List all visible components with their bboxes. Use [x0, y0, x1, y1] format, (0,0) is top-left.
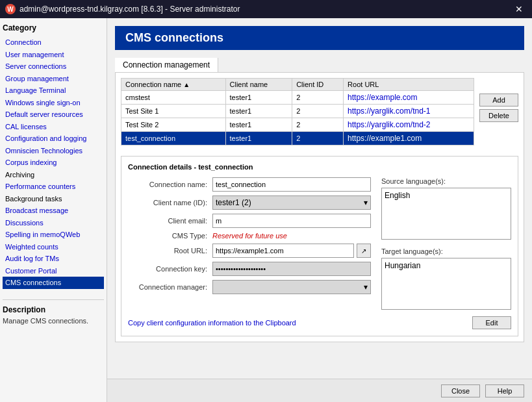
tab-bar: Connection management	[115, 58, 524, 72]
table-row[interactable]: Test Site 2 tester1 2 https://yarglik.co…	[121, 118, 474, 132]
sidebar-item-archiving[interactable]: Archiving	[3, 169, 104, 181]
source-lang-label: Source language(s):	[381, 177, 511, 185]
col-client-id: Client ID	[292, 79, 344, 91]
sidebar-category-label: Category	[3, 23, 104, 32]
sidebar-item-user-management[interactable]: User management	[3, 49, 104, 61]
root-url-input[interactable]	[212, 244, 354, 258]
cell-client-id: 2	[292, 91, 344, 105]
target-lang-value: Hungarian	[385, 261, 420, 270]
delete-button[interactable]: Delete	[479, 109, 518, 122]
client-name-label: Client name (ID):	[128, 199, 212, 207]
sidebar-item-discussions[interactable]: Discussions	[3, 217, 104, 229]
cms-type-value: Reserved for future use	[212, 232, 287, 240]
client-email-label: Client email:	[128, 217, 212, 225]
conn-key-input[interactable]	[212, 262, 371, 276]
sidebar-item-language-terminal[interactable]: Language Terminal	[3, 84, 104, 97]
cms-type-label: CMS Type:	[128, 232, 212, 240]
table-row[interactable]: test_connection tester1 2 https://exampl…	[121, 132, 474, 145]
sidebar-item-cal-licenses[interactable]: CAL licenses	[3, 121, 104, 133]
cell-conn-name: cmstest	[121, 91, 226, 105]
add-button[interactable]: Add	[479, 94, 518, 107]
sidebar-item-audit-log[interactable]: Audit log for TMs	[3, 253, 104, 265]
conn-key-label: Connection key:	[128, 265, 212, 273]
sidebar-item-server-connections[interactable]: Server connections	[3, 60, 104, 73]
connection-name-label: Connection name:	[128, 181, 212, 188]
close-button[interactable]: Close	[441, 384, 480, 397]
cell-root-url: https://example1.com	[344, 132, 474, 145]
connection-name-input[interactable]	[212, 177, 371, 192]
tab-connection-management[interactable]: Connection management	[115, 58, 218, 72]
sidebar-item-broadcast-msg[interactable]: Broadcast message	[3, 205, 104, 217]
sidebar-item-cms-connections[interactable]: CMS connections	[3, 277, 104, 289]
cell-client-name: tester1	[225, 132, 292, 145]
cell-conn-name: Test Site 2	[121, 118, 226, 132]
cell-client-id: 2	[292, 132, 344, 145]
sidebar-item-windows-sso[interactable]: Windows single sign-on	[3, 97, 104, 109]
sidebar-item-corpus-indexing[interactable]: Corpus indexing	[3, 157, 104, 169]
cell-client-name: tester1	[225, 91, 292, 105]
table-row[interactable]: cmstest tester1 2 https://example.com	[121, 91, 474, 105]
details-title: Connection details - test_connection	[128, 163, 511, 171]
title-bar: W admin@wordpress-tnd.kilgray.com [8.6.3…	[0, 0, 532, 18]
main-panel: Connection name ▲ Client name Client ID …	[115, 72, 524, 342]
sidebar-item-spelling[interactable]: Spelling in memoQWeb	[3, 229, 104, 241]
title-bar-text: admin@wordpress-tnd.kilgray.com [8.6.3] …	[19, 5, 240, 14]
col-root-url: Root URL	[344, 79, 474, 91]
help-button[interactable]: Help	[485, 384, 524, 397]
target-lang-box: Hungarian	[381, 258, 511, 310]
cell-conn-name: Test Site 1	[121, 105, 226, 118]
sidebar-item-customer-portal[interactable]: Customer Portal	[3, 265, 104, 277]
target-lang-label: Target language(s):	[381, 247, 511, 255]
col-connection-name: Connection name ▲	[121, 79, 226, 91]
cell-client-name: tester1	[225, 105, 292, 118]
edit-button[interactable]: Edit	[472, 316, 511, 329]
sidebar-item-connection[interactable]: Connection	[3, 36, 104, 49]
cell-root-url: https://yarglik.com/tnd-1	[344, 105, 474, 118]
cell-root-url: https://yarglik.com/tnd-2	[344, 118, 474, 132]
cell-client-name: tester1	[225, 118, 292, 132]
table-row[interactable]: Test Site 1 tester1 2 https://yarglik.co…	[121, 105, 474, 118]
sidebar-description-title: Description	[3, 305, 104, 314]
sidebar-item-group-management[interactable]: Group management	[3, 73, 104, 85]
source-lang-box: English	[381, 188, 511, 240]
root-url-open-button[interactable]: ↗	[357, 244, 371, 258]
source-lang-value: English	[385, 191, 410, 200]
conn-manager-select[interactable]: ▾	[212, 280, 371, 294]
sidebar-description-text: Manage CMS connections.	[3, 317, 104, 325]
sidebar-item-config-logging[interactable]: Configuration and logging	[3, 132, 104, 145]
sidebar-item-perf-counters[interactable]: Performance counters	[3, 181, 104, 193]
cell-client-id: 2	[292, 105, 344, 118]
client-email-input[interactable]	[212, 214, 371, 228]
sidebar-item-omniscien[interactable]: Omniscien Technologies	[3, 145, 104, 157]
conn-manager-label: Connection manager:	[128, 283, 212, 291]
details-section: Connection details - test_connection Con…	[121, 156, 518, 336]
content-area: CMS connections Connection management Co…	[107, 18, 532, 402]
cell-root-url: https://example.com	[344, 91, 474, 105]
client-name-select[interactable]: tester1 (2) ▾	[212, 195, 371, 210]
cell-client-id: 2	[292, 118, 344, 132]
bottom-bar: Close Help	[107, 379, 532, 402]
page-title: CMS connections	[115, 26, 524, 50]
sidebar-item-default-resources[interactable]: Default server resources	[3, 108, 104, 121]
title-bar-icon: W	[5, 4, 16, 14]
sidebar-item-background-tasks[interactable]: Background tasks	[3, 193, 104, 205]
root-url-label: Root URL:	[128, 247, 212, 255]
connections-table: Connection name ▲ Client name Client ID …	[121, 78, 474, 145]
sidebar: Category ConnectionUser managementServer…	[0, 18, 107, 402]
sidebar-item-weighted-counts[interactable]: Weighted counts	[3, 241, 104, 253]
cell-conn-name: test_connection	[121, 132, 226, 145]
col-client-name: Client name	[225, 79, 292, 91]
copy-clipboard-link[interactable]: Copy client configuration information to…	[128, 319, 296, 327]
close-window-button[interactable]: ✕	[511, 3, 527, 16]
